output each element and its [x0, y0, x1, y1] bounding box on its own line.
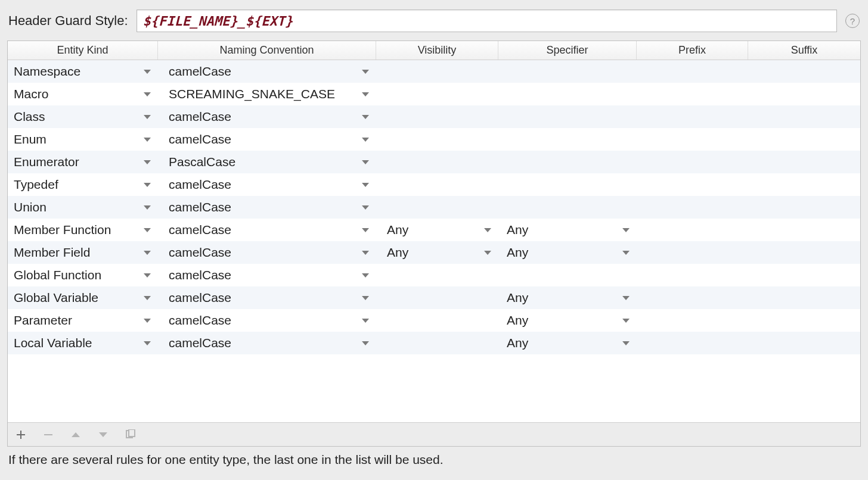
table-row[interactable]: Global FunctioncamelCase	[8, 264, 860, 286]
naming-convention-value: camelCase	[169, 132, 358, 147]
prefix-cell[interactable]	[637, 60, 748, 83]
specifier-cell[interactable]: Any	[498, 219, 637, 241]
col-header-visibility[interactable]: Visibility	[376, 41, 498, 60]
prefix-cell[interactable]	[637, 264, 748, 286]
visibility-value: Any	[387, 223, 480, 237]
duplicate-button[interactable]	[125, 429, 137, 441]
specifier-cell	[498, 151, 637, 173]
prefix-cell[interactable]	[637, 196, 748, 219]
add-button[interactable]	[15, 429, 27, 441]
table-row[interactable]: EnumeratorPascalCase	[8, 151, 860, 173]
chevron-down-icon	[362, 341, 369, 345]
entity-kind-cell[interactable]: Member Field	[8, 241, 158, 264]
naming-convention-cell[interactable]: camelCase	[158, 332, 376, 354]
chevron-down-icon	[144, 138, 151, 142]
entity-kind-cell[interactable]: Local Variable	[8, 332, 158, 354]
visibility-cell	[376, 60, 498, 83]
header-guard-input[interactable]	[137, 10, 837, 32]
suffix-cell[interactable]	[748, 196, 860, 219]
prefix-cell[interactable]	[637, 128, 748, 151]
col-header-prefix[interactable]: Prefix	[637, 41, 748, 60]
table-row[interactable]: NamespacecamelCase	[8, 60, 860, 83]
col-header-suffix[interactable]: Suffix	[748, 41, 860, 60]
specifier-cell[interactable]: Any	[498, 332, 637, 354]
table-row[interactable]: EnumcamelCase	[8, 128, 860, 151]
prefix-cell[interactable]	[637, 219, 748, 241]
entity-kind-cell[interactable]: Member Function	[8, 219, 158, 241]
entity-kind-cell[interactable]: Parameter	[8, 309, 158, 332]
specifier-cell[interactable]: Any	[498, 241, 637, 264]
visibility-cell	[376, 151, 498, 173]
naming-convention-cell[interactable]: camelCase	[158, 286, 376, 309]
table-row[interactable]: ParametercamelCaseAny	[8, 309, 860, 332]
entity-kind-cell[interactable]: Global Variable	[8, 286, 158, 309]
suffix-cell[interactable]	[748, 219, 860, 241]
entity-kind-value: Global Function	[14, 268, 140, 282]
prefix-cell[interactable]	[637, 83, 748, 105]
entity-kind-cell[interactable]: Macro	[8, 83, 158, 105]
visibility-cell[interactable]: Any	[376, 241, 498, 264]
entity-kind-cell[interactable]: Class	[8, 105, 158, 128]
entity-kind-cell[interactable]: Typedef	[8, 173, 158, 196]
table-row[interactable]: ClasscamelCase	[8, 105, 860, 128]
suffix-cell[interactable]	[748, 83, 860, 105]
suffix-cell[interactable]	[748, 128, 860, 151]
prefix-cell[interactable]	[637, 105, 748, 128]
specifier-cell	[498, 128, 637, 151]
move-down-button[interactable]	[97, 429, 109, 441]
minus-icon	[44, 430, 53, 440]
naming-convention-cell[interactable]: SCREAMING_SNAKE_CASE	[158, 83, 376, 105]
prefix-cell[interactable]	[637, 241, 748, 264]
col-header-specifier[interactable]: Specifier	[498, 41, 637, 60]
naming-convention-value: camelCase	[169, 336, 358, 350]
table-row[interactable]: MacroSCREAMING_SNAKE_CASE	[8, 83, 860, 105]
suffix-cell[interactable]	[748, 151, 860, 173]
naming-convention-cell[interactable]: camelCase	[158, 309, 376, 332]
col-header-naming-convention[interactable]: Naming Convention	[158, 41, 376, 60]
prefix-cell[interactable]	[637, 309, 748, 332]
prefix-cell[interactable]	[637, 286, 748, 309]
suffix-cell[interactable]	[748, 241, 860, 264]
entity-kind-cell[interactable]: Namespace	[8, 60, 158, 83]
naming-convention-cell[interactable]: camelCase	[158, 241, 376, 264]
prefix-cell[interactable]	[637, 332, 748, 354]
remove-button[interactable]	[42, 429, 54, 441]
table-row[interactable]: Member FieldcamelCaseAnyAny	[8, 241, 860, 264]
entity-kind-cell[interactable]: Enumerator	[8, 151, 158, 173]
col-header-entity-kind[interactable]: Entity Kind	[8, 41, 158, 60]
specifier-cell	[498, 60, 637, 83]
table-row[interactable]: TypedefcamelCase	[8, 173, 860, 196]
entity-kind-cell[interactable]: Global Function	[8, 264, 158, 286]
suffix-cell[interactable]	[748, 105, 860, 128]
table-row[interactable]: Global VariablecamelCaseAny	[8, 286, 860, 309]
suffix-cell[interactable]	[748, 286, 860, 309]
prefix-cell[interactable]	[637, 173, 748, 196]
table-row[interactable]: UnioncamelCase	[8, 196, 860, 219]
naming-convention-cell[interactable]: camelCase	[158, 105, 376, 128]
entity-kind-cell[interactable]: Union	[8, 196, 158, 219]
suffix-cell[interactable]	[748, 332, 860, 354]
naming-convention-cell[interactable]: camelCase	[158, 173, 376, 196]
entity-kind-cell[interactable]: Enum	[8, 128, 158, 151]
naming-convention-cell[interactable]: camelCase	[158, 219, 376, 241]
move-up-button[interactable]	[70, 429, 82, 441]
visibility-cell[interactable]: Any	[376, 219, 498, 241]
prefix-cell[interactable]	[637, 151, 748, 173]
visibility-cell	[376, 264, 498, 286]
naming-convention-cell[interactable]: camelCase	[158, 60, 376, 83]
specifier-cell[interactable]: Any	[498, 309, 637, 332]
table-row[interactable]: Local VariablecamelCaseAny	[8, 332, 860, 354]
specifier-value: Any	[507, 245, 619, 260]
naming-convention-cell[interactable]: camelCase	[158, 128, 376, 151]
table-row[interactable]: Member FunctioncamelCaseAnyAny	[8, 219, 860, 241]
header-guard-row: Header Guard Style: ?	[7, 6, 861, 33]
help-icon[interactable]: ?	[845, 14, 860, 28]
naming-convention-cell[interactable]: camelCase	[158, 196, 376, 219]
suffix-cell[interactable]	[748, 309, 860, 332]
suffix-cell[interactable]	[748, 264, 860, 286]
naming-convention-cell[interactable]: camelCase	[158, 264, 376, 286]
naming-convention-cell[interactable]: PascalCase	[158, 151, 376, 173]
suffix-cell[interactable]	[748, 60, 860, 83]
suffix-cell[interactable]	[748, 173, 860, 196]
specifier-cell[interactable]: Any	[498, 286, 637, 309]
